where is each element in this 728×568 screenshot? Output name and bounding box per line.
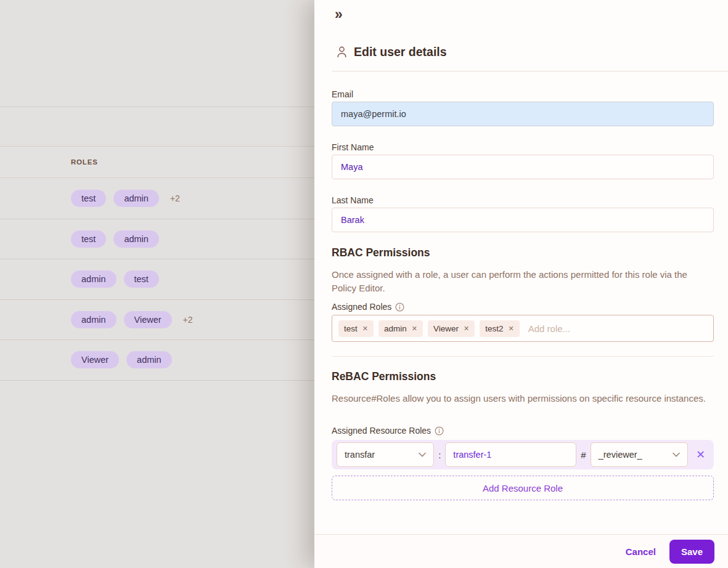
- first-name-label: First Name: [332, 142, 374, 152]
- remove-role-icon[interactable]: ✕: [362, 325, 368, 333]
- page-title: Edit user details: [354, 45, 447, 59]
- resource-select[interactable]: transfar: [337, 442, 434, 467]
- remove-resource-role-icon[interactable]: ✕: [692, 449, 709, 460]
- hash-separator: #: [581, 450, 586, 460]
- drawer-header: Edit user details: [337, 45, 447, 59]
- user-icon: [337, 46, 347, 58]
- add-role-input[interactable]: [525, 323, 707, 334]
- rbac-section-description: Once assigned with a role, a user can pe…: [332, 268, 714, 294]
- assigned-roles-label: Assigned Roles: [332, 302, 714, 312]
- add-resource-role-button[interactable]: Add Resource Role: [332, 476, 714, 500]
- assigned-role-chip-label: admin: [384, 324, 407, 333]
- info-icon[interactable]: [395, 302, 404, 312]
- assigned-role-chip: Viewer✕: [428, 320, 475, 337]
- assigned-resource-roles-label: Assigned Resource Roles: [332, 426, 714, 436]
- chevron-down-icon: [673, 452, 680, 457]
- rebac-section-heading: ReBAC Permissions: [332, 370, 714, 383]
- drawer-footer: Cancel Save: [314, 534, 728, 568]
- assigned-role-chip-label: test: [344, 324, 358, 333]
- last-name-field[interactable]: [332, 208, 714, 232]
- resource-instance-field[interactable]: [445, 442, 576, 467]
- save-button[interactable]: Save: [669, 540, 714, 564]
- colon-separator: :: [438, 450, 441, 460]
- email-label: Email: [332, 89, 353, 99]
- info-icon[interactable]: [435, 426, 444, 436]
- collapse-drawer-icon[interactable]: »: [335, 7, 343, 22]
- first-name-field[interactable]: [332, 155, 714, 179]
- assigned-role-chip: admin✕: [378, 320, 423, 337]
- section-divider: [332, 356, 714, 357]
- rebac-section-description: Resource#Roles allow you to assign users…: [332, 392, 714, 405]
- edit-user-drawer: » Edit user details Email First Name Las…: [314, 0, 728, 568]
- resource-role-select[interactable]: _reviewer_: [591, 442, 688, 467]
- cancel-button[interactable]: Cancel: [626, 546, 656, 557]
- rbac-section-heading: RBAC Permissions: [332, 246, 714, 259]
- resource-role-row: transfar : # _reviewer_ ✕: [332, 440, 714, 469]
- last-name-label: Last Name: [332, 195, 374, 205]
- assigned-role-chip-label: Viewer: [433, 324, 459, 333]
- assigned-roles-input[interactable]: test✕admin✕Viewer✕test2✕: [332, 315, 714, 342]
- header-divider: [332, 71, 728, 71]
- chevron-down-icon: [419, 452, 426, 457]
- remove-role-icon[interactable]: ✕: [464, 325, 469, 333]
- drawer-backdrop[interactable]: [0, 0, 314, 568]
- email-field[interactable]: [332, 102, 714, 126]
- assigned-role-chip-label: test2: [485, 324, 503, 333]
- assigned-role-chip: test2✕: [480, 320, 520, 337]
- assigned-role-chip: test✕: [338, 320, 374, 337]
- remove-role-icon[interactable]: ✕: [412, 325, 417, 333]
- remove-role-icon[interactable]: ✕: [509, 325, 514, 333]
